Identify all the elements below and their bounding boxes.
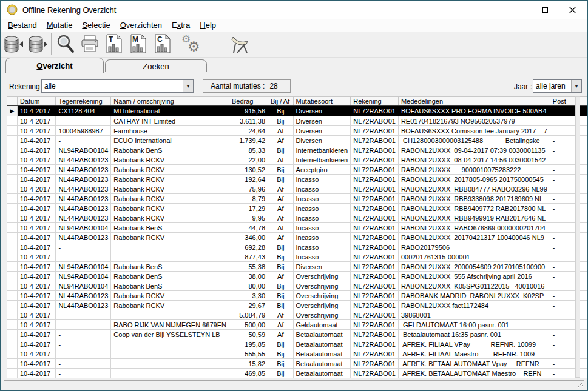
table-row[interactable]: 10-4-2017-ECUO International1.739,42AfDi…	[7, 136, 587, 145]
table-row[interactable]: 10-4-2017-CATHAY INT Limited3.611,38BijD…	[7, 116, 587, 126]
print-button[interactable]	[78, 32, 102, 56]
printer-icon	[79, 35, 100, 54]
table-row[interactable]: 10-4-2017NL44RABO0123Rabobank RCKV9,95Af…	[7, 213, 587, 223]
table-row[interactable]: 10-4-2017NL44RABO0123Rabobank RCKV75,96A…	[7, 184, 587, 194]
menu-item-bestand[interactable]: Bestand	[3, 19, 42, 31]
cell-tegenrekening: NL44RABO0123	[56, 194, 111, 204]
table-row[interactable]: 10-4-2017-RABO RIJK VAN NIJMEGEN 6679EN5…	[7, 320, 587, 330]
table-row[interactable]: ▶10-4-2017CX1128 404MI International915,…	[7, 106, 587, 116]
cell-bedrag: 55,38	[229, 262, 268, 272]
cell-rekening: NL72RABO01	[351, 291, 399, 301]
resize-grip[interactable]	[576, 381, 583, 388]
table-row[interactable]: 10-4-2017NL44RABO0123Rabobank RCKV192,64…	[7, 175, 587, 184]
menu-item-extra[interactable]: Extra	[167, 19, 195, 31]
cell-datum: 10-4-2017	[17, 194, 55, 204]
table-row[interactable]: 10-4-2017NL94RABO0104Rabobank BenS38,00A…	[7, 272, 587, 281]
table-row[interactable]: 10-4-2017-195,85BijBetaalautomaatNL72RAB…	[7, 339, 587, 349]
title-bar[interactable]: Offline Rekening Overzicht	[1, 1, 587, 19]
row-marker-cell	[7, 330, 18, 339]
cell-mutatiesoort: Internetbankieren	[293, 145, 351, 155]
cell-datum: 10-4-2017	[17, 184, 55, 194]
vertical-scrollbar[interactable]	[575, 96, 580, 378]
table-row[interactable]: 10-4-2017NL44RABO0123Rabobank RCKV17,29A…	[7, 204, 587, 213]
jaar-combobox[interactable]: alle jaren ▼	[533, 79, 582, 93]
report-m-button[interactable]: M	[126, 32, 150, 56]
cell-mededelingen: RABONL2UXXX 08-04-2017 14:56 0030001542	[398, 155, 550, 165]
cell-tegenrekening: -	[56, 136, 111, 145]
cell-mededelingen: AFREK. FILIAAL Maestro REFNR. 1009	[398, 349, 550, 359]
cell-bedrag: 75,96	[229, 184, 268, 194]
cell-tegenrekening: NL44RABO0123	[56, 213, 111, 223]
mutation-count-label: Aantal mutaties :	[211, 82, 265, 90]
menu-item-help[interactable]: Help	[195, 19, 221, 31]
cell-rekening: NL72RABO01	[351, 301, 399, 310]
table-row[interactable]: 10-4-2017-555,55BijBetaalautomaatNL72RAB…	[7, 349, 587, 359]
table-row[interactable]: 10-4-2017-15,82BijBetaalautomaatNL72RABO…	[7, 359, 587, 369]
table-row[interactable]: 10-4-2017-5.084,79AfOverschrijvingNL72RA…	[7, 310, 587, 320]
search-button[interactable]	[53, 32, 78, 56]
table-row[interactable]: 10-4-2017NL94RABO0104Rabobank BenS85,33B…	[7, 145, 587, 155]
database-previous-button[interactable]	[1, 32, 25, 56]
table-row[interactable]: 10-4-2017-692,28BijIncassoNL72RABO01RABO…	[7, 242, 587, 252]
cell-bedrag: 15,82	[229, 359, 268, 369]
cell-rekening: NL72RABO01	[351, 310, 399, 320]
dropdown-arrow-icon[interactable]: ▼	[571, 80, 581, 92]
row-marker-cell	[7, 281, 18, 291]
minimize-button[interactable]	[504, 1, 532, 19]
table-row[interactable]: 10-4-2017NL94RABO0104Rabobank BenS55,38B…	[7, 262, 587, 272]
exit-button[interactable]	[228, 32, 252, 56]
cell-datum: 10-4-2017	[17, 339, 55, 349]
cell-post: -	[550, 223, 587, 233]
cell-bedrag: 24,64	[229, 126, 268, 136]
table-row[interactable]: 10-4-2017-469,85BijBetaalautomaatNL72RAB…	[7, 369, 587, 378]
cell-rekening: NL72RABO01	[351, 223, 399, 233]
cell-rekening: NL72RABO01	[351, 106, 399, 116]
table-row[interactable]: 10-4-2017NL44RABO0123Rabobank RCKV130,52…	[7, 165, 587, 175]
row-marker-cell	[7, 320, 18, 330]
cell-bij_af: Af	[268, 155, 294, 165]
settings-button[interactable]: ⚙ ⚙	[179, 32, 203, 56]
cell-post: -	[550, 126, 587, 136]
cell-mededelingen: RABONL2UXXX RBB084777 RABO03296 NL99	[398, 184, 550, 194]
cell-tegenrekening: -	[56, 252, 111, 262]
report-t-button[interactable]: T	[102, 32, 126, 56]
rekening-combobox[interactable]: alle ▼	[41, 79, 194, 93]
cell-naam: Rabobank BenS	[111, 272, 229, 281]
cell-naam: Rabobank RCKV	[111, 291, 229, 301]
table-row[interactable]: 10-4-2017NL44RABO0123Rabobank RCKV346,00…	[7, 233, 587, 242]
dropdown-arrow-icon[interactable]: ▼	[183, 80, 193, 92]
menu-item-mutatie[interactable]: Mutatie	[42, 19, 78, 31]
cell-mutatiesoort: Incasso	[293, 213, 351, 223]
database-next-button[interactable]	[25, 32, 49, 56]
cell-mededelingen: GELDAUTOMAAT 16:00 pasnr. 001	[398, 320, 550, 330]
report-c-button[interactable]: C	[150, 32, 175, 56]
table-row[interactable]: 10-4-2017NL94RABO0104Rabobank BenS44,78A…	[7, 223, 587, 233]
menu-item-overzichten[interactable]: Overzichten	[115, 19, 167, 31]
cell-datum: 10-4-2017	[17, 116, 55, 126]
table-row[interactable]: 10-4-2017-Coop van der Bijl YSSELSTEYN L…	[7, 330, 587, 339]
cell-naam	[111, 252, 229, 262]
cell-mutatiesoort: Diversen	[293, 106, 351, 116]
cell-rekening: NL72RABO01	[351, 320, 399, 330]
maximize-button[interactable]	[532, 1, 559, 19]
cell-datum: 10-4-2017	[17, 155, 55, 165]
cell-mutatiesoort: Diversen	[293, 126, 351, 136]
row-marker-cell	[7, 262, 18, 272]
cell-rekening: NL72RABO01	[351, 369, 399, 378]
cell-bij_af: Af	[268, 310, 294, 320]
tab-overzicht[interactable]: Overzicht	[5, 58, 104, 73]
cell-mededelingen: RABONL2UXXX 2017805-0965 201750000545	[398, 175, 550, 184]
menu-item-selectie[interactable]: Selectie	[77, 19, 115, 31]
tab-zoeken[interactable]: Zoeken	[105, 59, 207, 72]
table-row[interactable]: 10-4-2017100045988987Farmhouse24,64AfDiv…	[7, 126, 587, 136]
row-marker-cell	[7, 116, 18, 126]
table-row[interactable]: 10-4-2017NL44RABO0123Rabobank RCKV29,67B…	[7, 301, 587, 310]
table-row[interactable]: 10-4-2017NL94RABO0104Rabobank BenS80,00B…	[7, 281, 587, 291]
table-row[interactable]: 10-4-2017NL44RABO0123Rabobank RCKV3,30Bi…	[7, 291, 587, 301]
close-button[interactable]	[559, 1, 586, 19]
table-row[interactable]: 10-4-2017-877,43BijIncassoNL72RABO010002…	[7, 252, 587, 262]
cell-mededelingen: RABOBANK MADRID RABONL2UXXX K02SP	[398, 291, 550, 301]
table-row[interactable]: 10-4-2017NL44RABO0123Rabobank RCKV8,79Af…	[7, 194, 587, 204]
table-row[interactable]: 10-4-2017NL44RABO0123Rabobank RCKV22,00A…	[7, 155, 587, 165]
cell-rekening: NL72RABO01	[351, 213, 399, 223]
